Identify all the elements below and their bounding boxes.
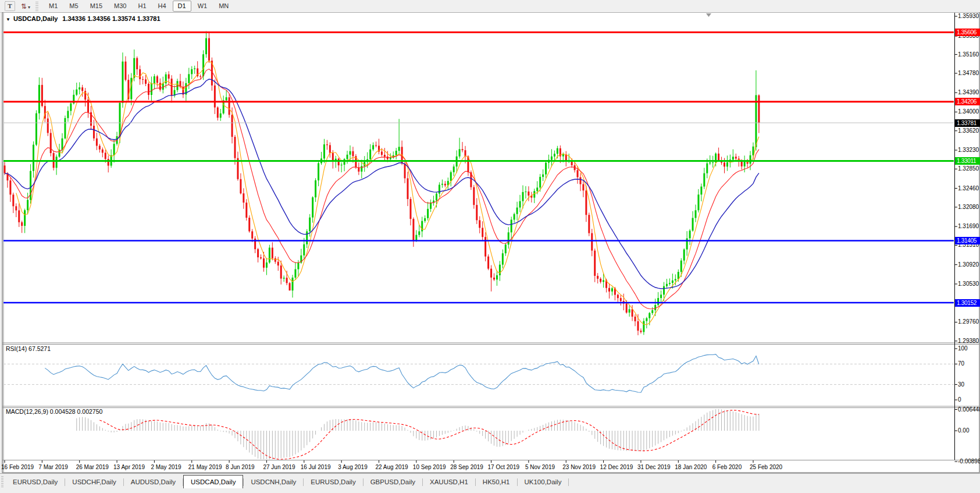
macd-indicator-label: MACD(12,26,9) 0.004528 0.002750: [6, 408, 102, 415]
price-tick-label: 1.30530: [958, 281, 979, 288]
date-label: 21 May 2019: [188, 464, 222, 471]
timeframe-button-m5[interactable]: M5: [64, 1, 83, 12]
price-tick-label: 1.33230: [958, 147, 979, 154]
date-label: 6 Feb 2020: [712, 464, 742, 471]
rsi-tick-label: 100: [958, 345, 968, 352]
date-label: 16 Feb 2019: [1, 464, 34, 471]
tabbar-grip: [1, 476, 3, 488]
price-level-badge: 1.31405: [955, 237, 980, 244]
text-tool-button[interactable]: T: [5, 1, 15, 11]
chart-tab-audusd-daily[interactable]: AUDUSD,Daily: [124, 476, 183, 488]
date-label: 22 Aug 2019: [376, 464, 408, 471]
timeframe-button-mn[interactable]: MN: [213, 1, 234, 12]
price-tick-label: 1.32460: [958, 185, 979, 192]
timeframe-button-m30[interactable]: M30: [109, 1, 131, 12]
rsi-tick-label: 30: [958, 381, 964, 388]
price-level-badge: 1.35606: [955, 29, 980, 36]
price-tick-label: 1.31690: [958, 223, 979, 230]
collapse-icon: ▼: [6, 17, 10, 22]
chart-tab-uk100-daily[interactable]: UK100,Daily: [518, 476, 569, 488]
price-tick-label: 1.34390: [958, 89, 979, 96]
macd-tick-label: 0.006448: [958, 406, 980, 413]
indicator-arrows-button[interactable]: ⇅▾: [21, 2, 30, 10]
price-chart-canvas[interactable]: [0, 12, 980, 473]
macd-tick-label: 0.00: [958, 427, 969, 434]
toolbar: T ⇅▾ M1M5M15M30H1H4D1W1MN: [0, 0, 980, 13]
ohlc-values: 1.34336 1.34356 1.33574 1.33781: [62, 15, 160, 22]
price-level-badge: 1.33781: [955, 119, 980, 127]
price-tick-label: 1.35160: [958, 51, 979, 58]
sort-arrows-icon: ⇅: [21, 2, 26, 10]
rsi-tick-label: 0: [958, 396, 961, 403]
chart-window[interactable]: ▼USDCAD,Daily1.34336 1.34356 1.33574 1.3…: [0, 12, 980, 473]
chart-tab-xauusd-h1[interactable]: XAUUSD,H1: [423, 476, 475, 488]
date-label: 27 Jun 2019: [263, 464, 295, 471]
chart-tab-gbpusd-daily[interactable]: GBPUSD,Daily: [364, 476, 422, 488]
date-label: 3 Aug 2019: [338, 464, 368, 471]
date-label: 26 Mar 2019: [76, 464, 109, 471]
price-tick-label: 1.29760: [958, 318, 979, 325]
chart-tab-eurusd-daily[interactable]: EURUSD,Daily: [304, 476, 362, 488]
price-tick-label: 1.34780: [958, 70, 979, 77]
macd-tick-label: -0.008982: [958, 458, 980, 465]
timeframe-button-h4[interactable]: H4: [153, 1, 172, 12]
chevron-down-icon: ▾: [28, 5, 30, 10]
date-label: 25 Feb 2020: [750, 464, 782, 471]
date-label: 28 Sep 2019: [450, 464, 483, 471]
date-label: 13 Apr 2019: [113, 464, 145, 471]
date-label: 17 Oct 2019: [488, 464, 519, 471]
date-label: 5 Nov 2019: [525, 464, 555, 471]
mt4-terminal: T ⇅▾ M1M5M15M30H1H4D1W1MN ▼USDCAD,Daily1…: [0, 0, 980, 493]
price-tick-label: 1.35930: [958, 13, 979, 20]
price-tick-label: 1.32080: [958, 204, 979, 211]
chart-tab-usdchf-daily[interactable]: USDCHF,Daily: [65, 476, 123, 488]
price-level-badge: 1.34206: [955, 98, 980, 105]
timeframe-button-d1[interactable]: D1: [173, 1, 191, 12]
date-label: 18 Jan 2020: [675, 464, 707, 471]
chart-tabs-bar: EURUSD,DailyUSDCHF,DailyAUDUSD,DailyUSDC…: [0, 473, 980, 493]
price-level-badge: 1.33011: [955, 157, 980, 165]
date-label: 23 Nov 2019: [562, 464, 596, 471]
rsi-indicator-label: RSI(14) 67.5271: [6, 345, 51, 352]
price-tick-label: 1.33620: [958, 127, 979, 134]
date-label: 7 Mar 2019: [38, 464, 68, 471]
price-level-badge: 1.30152: [955, 299, 980, 307]
date-label: 12 Dec 2019: [600, 464, 633, 471]
chart-tab-eurusd-daily[interactable]: EURUSD,Daily: [6, 476, 65, 488]
chart-title: ▼USDCAD,Daily1.34336 1.34356 1.33574 1.3…: [6, 15, 161, 22]
date-label: 2 May 2019: [151, 464, 181, 471]
date-label: 10 Sep 2019: [413, 464, 446, 471]
chart-tab-hk50-h1[interactable]: HK50,H1: [476, 476, 517, 488]
date-label: 16 Jul 2019: [301, 464, 331, 471]
toolbar-grip: [35, 2, 38, 11]
symbol-period-label: USDCAD,Daily: [13, 15, 58, 22]
price-tick-label: 1.32850: [958, 165, 979, 172]
price-tick-label: 1.34000: [958, 108, 979, 115]
timeframe-button-h1[interactable]: H1: [133, 1, 151, 12]
chart-tab-usdcad-daily[interactable]: USDCAD,Daily: [183, 475, 243, 488]
date-label: 31 Dec 2019: [637, 464, 671, 471]
price-tick-label: 1.29380: [958, 338, 979, 345]
date-label: 8 Jun 2019: [226, 464, 255, 471]
price-tick-label: 1.30920: [958, 261, 979, 268]
timeframe-button-m1[interactable]: M1: [44, 1, 63, 12]
chart-tab-usdcnh-daily[interactable]: USDCNH,Daily: [244, 476, 303, 488]
timeframe-buttons: M1M5M15M30H1H4D1W1MN: [43, 1, 234, 12]
tab-separator: [568, 478, 569, 486]
rsi-tick-label: 70: [958, 360, 964, 367]
timeframe-button-w1[interactable]: W1: [193, 1, 213, 12]
timeframe-button-m15[interactable]: M15: [85, 1, 108, 12]
